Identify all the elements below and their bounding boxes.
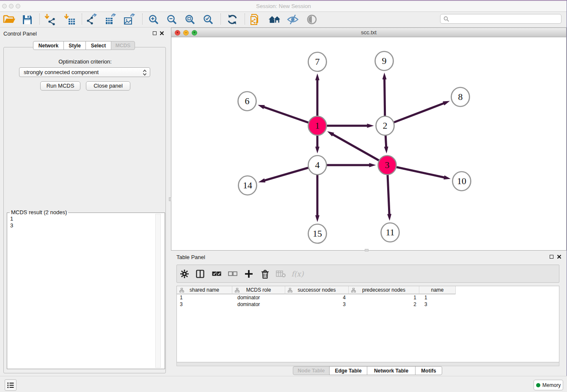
zoom-in-icon[interactable] [146,13,161,26]
table-tab-network-table[interactable]: Network Table [367,366,416,375]
table-panel-close-icon[interactable] [557,254,561,259]
control-panel-tab-style[interactable]: Style [63,41,86,50]
control-panel-tab-select[interactable]: Select [85,41,111,50]
table-toolbar: f(x) [176,265,559,283]
network-zoom-icon[interactable]: + [192,30,197,36]
close-panel-button[interactable]: Close panel [86,81,130,91]
toolbar-separator [220,14,221,25]
edge-arrowhead [387,214,391,221]
control-panel-close-icon[interactable] [160,31,164,36]
control-panel-tab-mcds[interactable]: MCDS [111,41,135,50]
table-settings-gear-icon[interactable] [177,268,192,280]
export-table-icon[interactable] [103,13,118,26]
table-panel: Table Panel f(x) shared nameMCDS rolesuc… [171,251,567,376]
table-panel-float-icon[interactable] [550,255,553,259]
control-panel: Control Panel Optimization criterion: st… [0,28,170,373]
graph-node-label-11: 11 [385,227,394,237]
table-cell[interactable]: 1 [349,294,419,301]
table-cell[interactable]: 1 [419,294,456,301]
deselect-all-columns-icon[interactable] [226,268,240,280]
graph-node-label-7: 7 [315,56,320,67]
zoom-out-icon[interactable] [164,13,179,26]
column-sort-tree-icon [351,288,356,294]
table-tab-edge-table[interactable]: Edge Table [329,366,367,375]
column-header-MCDS-role[interactable]: MCDS role [232,286,285,294]
table-bottom-strip [176,362,559,366]
export-network-icon[interactable] [85,13,100,26]
column-header-label: shared name [190,287,219,293]
run-mcds-button[interactable]: Run MCDS [40,81,80,91]
home-icon[interactable] [267,13,282,26]
table-cell[interactable]: dominator [232,294,285,301]
table-row[interactable]: 3dominator323 [177,301,559,308]
network-window-title: scc.txt [171,28,566,37]
optimization-criterion-label: Optimization criterion: [4,58,166,65]
show-panel-eye-icon[interactable] [304,13,319,26]
mcds-result-scrollbar[interactable] [155,214,161,368]
column-sort-tree-icon [235,288,239,294]
open-folder-icon[interactable] [2,13,17,26]
import-table-icon[interactable] [62,13,77,26]
optimization-criterion-select[interactable]: strongly connected component [19,67,150,77]
network-close-icon[interactable]: × [175,30,180,36]
add-column-icon[interactable] [242,268,256,280]
column-header-label: successor nodes [297,287,336,293]
control-panel-tabs: NetworkStyleSelectMCDS [33,41,135,50]
table-cell[interactable]: 2 [349,301,419,308]
select-all-columns-icon[interactable] [209,268,224,280]
table-cell[interactable]: 3 [285,301,349,308]
delete-column-trash-icon[interactable] [258,268,272,280]
edge-arrowhead [315,147,319,154]
table-tab-node-table[interactable]: Node Table [293,366,330,375]
column-header-successor-nodes[interactable]: successor nodes [285,286,349,294]
column-header-shared-name[interactable]: shared name [177,286,232,294]
network-minimize-icon[interactable]: − [183,30,189,36]
table-cell[interactable]: dominator [232,301,285,308]
import-network-icon[interactable] [42,13,58,26]
column-header-label: predecessor nodes [362,287,405,293]
graph-node-label-14: 14 [243,180,252,190]
column-header-predecessor-nodes[interactable]: predecessor nodes [349,286,419,294]
delete-table-icon[interactable] [274,268,288,280]
mcds-result-value: 1 [10,215,165,222]
refresh-icon[interactable] [225,13,240,26]
column-header-label: name [431,287,443,293]
mcds-result-value: 3 [10,222,165,229]
table-cell[interactable]: 1 [177,294,232,301]
control-panel-tab-network[interactable]: Network [33,41,64,50]
search-input[interactable] [440,14,561,24]
graph-node-label-4: 4 [315,160,320,170]
column-sort-tree-icon [288,288,292,294]
hide-panel-eye-icon[interactable] [285,13,300,26]
column-header-name[interactable]: name [419,286,456,294]
edge-arrowhead [259,178,266,182]
zoom-fit-icon[interactable] [182,13,198,26]
graph-node-label-9: 9 [382,55,387,66]
copy-view-icon[interactable] [248,13,264,26]
network-window-titlebar[interactable]: scc.txt × − + [171,28,566,37]
network-graph[interactable]: 1234678910111415 [171,37,566,250]
node-table: shared nameMCDS rolesuccessor nodesprede… [176,286,559,362]
control-panel-float-icon[interactable] [153,31,157,35]
table-cell[interactable]: 3 [419,301,456,308]
task-history-button[interactable] [5,379,17,391]
table-panel-title: Table Panel [176,254,205,260]
edge-arrowhead [384,146,388,153]
edge-arrowhead [315,74,319,80]
graph-node-label-2: 2 [383,120,388,131]
function-builder-icon[interactable]: f(x) [290,268,305,280]
table-cell[interactable]: 3 [177,301,232,308]
zoom-selected-icon[interactable] [201,13,216,26]
column-layout-icon[interactable] [193,268,207,280]
edge-arrowhead [383,72,387,79]
table-cell[interactable]: 4 [285,294,349,301]
table-row[interactable]: 1dominator411 [177,294,559,301]
memory-button[interactable]: Memory [534,380,563,390]
table-tab-motifs[interactable]: Motifs [415,366,442,375]
memory-button-label: Memory [542,382,561,388]
network-view-window: scc.txt × − + 1234678910111415 [171,28,567,251]
save-icon[interactable] [19,13,35,26]
vertical-splitter-handle[interactable] [169,197,171,201]
export-image-icon[interactable] [122,13,137,26]
select-stepper-icon [143,69,147,76]
